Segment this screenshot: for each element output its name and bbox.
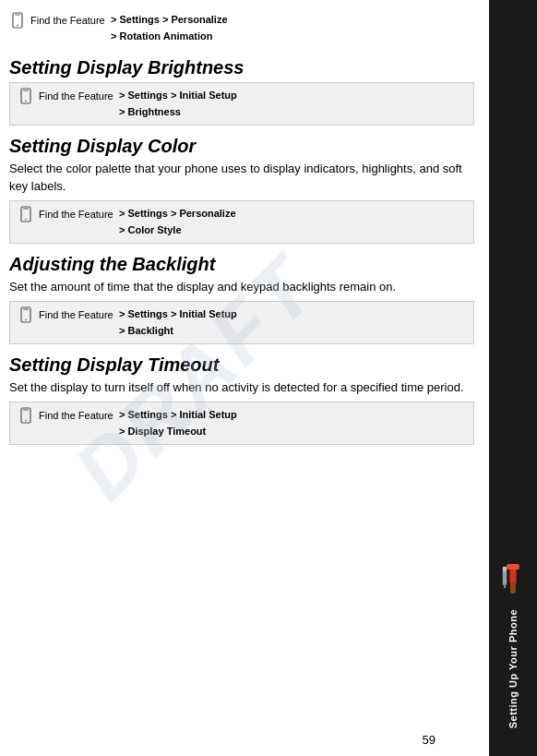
svg-rect-20 [504,583,506,588]
tools-icon [497,562,529,600]
find-feature-path-backlight: > Settings > Initial Setup > Backlight [119,306,237,339]
find-feature-text-backlight: Find the Feature [39,309,113,320]
svg-point-14 [25,420,27,422]
svg-rect-1 [15,15,20,16]
phone-icon-color [18,206,34,222]
find-feature-path-color: > Settings > Personalize > Color Style [119,206,236,238]
page-number: 59 [423,733,436,747]
timeout-heading: Setting Display Timeout [9,354,474,376]
find-feature-label-top: Find the Feature [9,12,111,29]
svg-rect-19 [503,567,507,571]
svg-point-8 [25,219,27,221]
phone-icon-backlight [18,306,34,323]
find-feature-text-color: Find the Feature [39,209,113,220]
right-sidebar: Setting Up Your Phone [489,0,537,756]
find-feature-label-backlight: Find the Feature [18,306,119,323]
phone-icon-top [9,12,26,29]
find-feature-text-top: Find the Feature [30,15,105,26]
find-feature-brightness: Find the Feature > Settings > Initial Se… [9,82,474,126]
find-feature-label-brightness: Find the Feature [18,88,119,104]
svg-rect-16 [507,564,519,570]
svg-point-11 [25,319,27,321]
find-feature-path-brightness: > Settings > Initial Setup > Brightness [119,88,237,120]
svg-rect-13 [23,410,29,411]
find-feature-text-timeout: Find the Feature [39,410,113,421]
backlight-body: Set the amount of time that the display … [9,279,474,296]
svg-rect-7 [23,209,29,210]
main-content: DRAFT Find the Feature > Settings > Pers… [0,0,489,756]
svg-rect-4 [23,90,29,91]
find-feature-path-timeout: > Settings > Initial Setup > Display Tim… [119,407,237,439]
color-heading: Setting Display Color [9,135,474,157]
backlight-heading: Adjusting the Backlight [9,253,474,275]
phone-icon-brightness [18,88,34,104]
find-feature-label-timeout: Find the Feature [18,407,119,424]
svg-rect-10 [23,309,29,310]
svg-rect-17 [510,582,516,594]
svg-point-2 [17,25,18,27]
find-feature-text-brightness: Find the Feature [39,90,113,102]
timeout-body: Set the display to turn itself off when … [9,379,474,397]
find-feature-top: Find the Feature > Settings > Personaliz… [9,9,474,47]
find-feature-timeout: Find the Feature > Settings > Initial Se… [9,402,474,445]
find-feature-label-color: Find the Feature [18,206,119,222]
find-feature-backlight: Find the Feature > Settings > Initial Se… [9,301,474,344]
color-body: Select the color palette that your phone… [9,161,474,196]
phone-icon-timeout [18,407,34,424]
brightness-heading: Setting Display Brightness [9,56,474,78]
svg-point-5 [25,101,27,102]
sidebar-label: Setting Up Your Phone [507,609,519,728]
find-feature-color: Find the Feature > Settings > Personaliz… [9,200,474,244]
find-feature-path-top: > Settings > Personalize > Rotation Anim… [111,12,228,44]
